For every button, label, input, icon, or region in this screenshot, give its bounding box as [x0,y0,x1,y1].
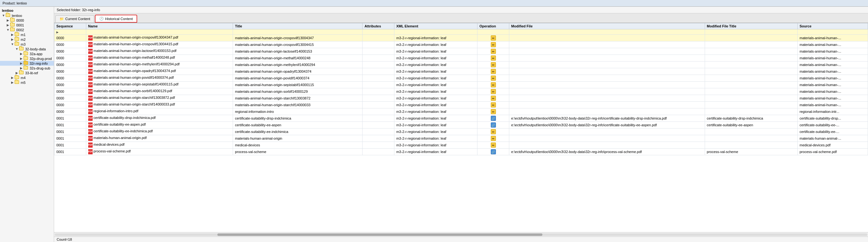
cell-source: materials-animal-human-... [797,48,868,55]
sidebar-label-m1: m1 [21,33,26,37]
table-row[interactable]: 0000PDF materials-animal-human-origin-me… [55,55,868,61]
cell-xml-element: m3-2-r-regional-information: leaf [394,108,477,115]
table-row[interactable]: 0001PDF process-val-scheme.pdfprocess-va… [55,149,868,155]
table-row[interactable]: 0000PDF regional-information-intro.pdfre… [55,108,868,115]
tab-historical-label: Historical Content [105,17,133,21]
cell-xml-element: m3-2-r-regional-information: leaf [394,122,477,129]
table-row[interactable]: 0000PDF materials-animal-human-origin-so… [55,88,868,95]
cell-attributes [363,129,394,135]
sidebar-item-0001[interactable]: ▶0001 [0,23,54,27]
pdf-icon: PDF [88,123,93,128]
sidebar-item-0000[interactable]: ▶0000 [0,18,54,23]
table-row[interactable]: 0000PDF materials-animal-human-origin-me… [55,61,868,68]
sidebar-title: lentioo [2,9,13,12]
cell-attributes [363,68,394,75]
cell-attributes [363,149,394,155]
cell-modified-file [509,75,705,82]
table-row[interactable]: 0001PDF certificate-suitability-drsp-ind… [55,115,868,122]
cell-modified-file-title [705,82,797,88]
table-container[interactable]: Sequence Name Title Attributes XML Eleme… [54,23,868,232]
cell-sequence: 0000 [55,75,86,82]
sidebar-item-m5[interactable]: ▶m5 [0,80,54,85]
table-row[interactable]: 0000PDF materials-animal-human-origin-po… [55,75,868,82]
scrollbar-track[interactable] [55,233,867,236]
cell-modified-file [509,129,705,135]
col-modified-file: Modified File [509,23,705,29]
table-row[interactable]: 0000PDF materials-animal-human-origin-st… [55,102,868,108]
table-row[interactable]: ▶ [55,29,868,35]
folder-icon-32s-drug-sub [24,66,29,70]
table-row[interactable]: 0000PDF materials-animal-human-origin-cr… [55,35,868,42]
cell-modified-file-title [705,35,797,42]
sidebar-item-m4[interactable]: ▶m4 [0,75,54,80]
sidebar-item-32-body-data[interactable]: ▼32-body-data [0,47,54,51]
cell-xml-element: m3-2-r-regional-information: leaf [394,68,477,75]
table-row[interactable]: 0001PDF certificate-suitability-ee-indch… [55,129,868,135]
table-row[interactable]: 0000PDF materials-animal-human-origin-st… [55,95,868,102]
tree-toggle-m3: ▼ [10,43,14,46]
table-row[interactable]: 0000PDF materials-animal-human-origin-se… [55,82,868,88]
col-title: Title [233,23,363,29]
scrollbar-area[interactable] [54,232,868,237]
cell-name: PDF regional-information-intro.pdf [86,108,233,115]
cell-name: PDF medical-devices.pdf [86,142,233,149]
cell-modified-file [509,88,705,95]
sidebar-item-33-lit-ref[interactable]: ▶33-lit-ref [0,71,54,75]
table-row[interactable]: 0000PDF materials-animal-human-origin-la… [55,48,868,55]
tab-current-content[interactable]: 📁 Current Content [55,15,94,22]
table-row[interactable]: 0001PDF certificate-suitability-ee-aspen… [55,122,868,129]
cell-xml-element: m3-2-r-regional-information: leaf [394,88,477,95]
cell-modified-file-title [705,142,797,149]
cell-operation: ✏ [477,35,509,42]
sidebar-item-m3[interactable]: ▼m3 [0,42,54,47]
cell-title: materials-animal-human-origin-methalf140… [233,55,363,61]
cell-title: materials-animal-human-origin-methylenIf… [233,61,363,68]
cell-attributes [363,88,394,95]
edit-operation-icon: ✏ [491,55,496,60]
cell-operation: ✏ [477,88,509,95]
status-bar: Count=18 [54,237,868,242]
edit-operation-icon: ✏ [491,89,496,94]
folder-icon-m1 [14,32,20,37]
cell-modified-file: e:\ectd\vh\output\lentioo\0000\m3\32-bod… [509,115,705,122]
cell-title: certificate-suitability-ee-aspen [233,122,363,129]
sidebar-item-32s-drug-sub[interactable]: ▶32s-drug-sub [0,66,54,71]
table-row[interactable]: 0000PDF materials-animal-human-origin-op… [55,68,868,75]
cell-attributes [363,102,394,108]
cell-modified-file [509,108,705,115]
sidebar-label-m5: m5 [21,81,26,84]
cell-sequence: 0001 [55,122,86,129]
cell-title: materials-animal-human-origin-starchIf13… [233,95,363,102]
cell-sequence: 0000 [55,35,86,42]
sidebar-item-m2[interactable]: ▶m2 [0,37,54,42]
cell-attributes [363,55,394,61]
sidebar-item-m1[interactable]: ▶m1 [0,32,54,37]
folder-icon-32a-app [24,52,29,56]
sidebar-item-32p-drug-prod[interactable]: ▶32p-drug-prod [0,56,54,61]
cell-title: process-val-scheme [233,149,363,155]
cell-sequence: 0000 [55,82,86,88]
sidebar-item-32a-app[interactable]: ▶32a-app [0,51,54,56]
pdf-icon: PDF [88,62,93,67]
table-row[interactable]: 0001PDF medical-devices.pdfmedical-devic… [55,142,868,149]
cell-xml-element: m3-2-r-regional-information: leaf [394,149,477,155]
tree-toggle-m5: ▶ [10,81,14,84]
cell-source: materials-animal-human-... [797,35,868,42]
pdf-icon: PDF [88,55,93,60]
table-row[interactable]: 0000PDF materials-animal-human-origin-cr… [55,42,868,48]
sidebar-label-0000: 0000 [16,19,24,22]
scrollbar-thumb[interactable] [217,233,542,236]
cell-source: process-val-scheme.pdf [797,149,868,155]
cell-operation: ✏ [477,48,509,55]
cell-name: PDF materials-animal-human-origin-starch… [86,102,233,108]
sidebar-item-0002[interactable]: ▼0002 [0,27,54,32]
sidebar-item-lentioo[interactable]: ▼lentioo [0,13,54,18]
cell-operation: ✏ [477,68,509,75]
cell-operation: ✏ [477,82,509,88]
sidebar-item-32r-reg-info[interactable]: ▶32r-reg-info [0,61,54,66]
cell-xml-element: m3-2-r-regional-information: leaf [394,129,477,135]
table-row[interactable]: 0001PDF materials-human-animal-origin.pd… [55,135,868,142]
cell-source: materials-animal-human-... [797,95,868,102]
sidebar: lentioo ▼lentioo▶0000▶0001▼0002▶m1▶m2▼m3… [0,7,54,242]
tab-historical-content[interactable]: 🕐 Historical Content [95,15,137,23]
